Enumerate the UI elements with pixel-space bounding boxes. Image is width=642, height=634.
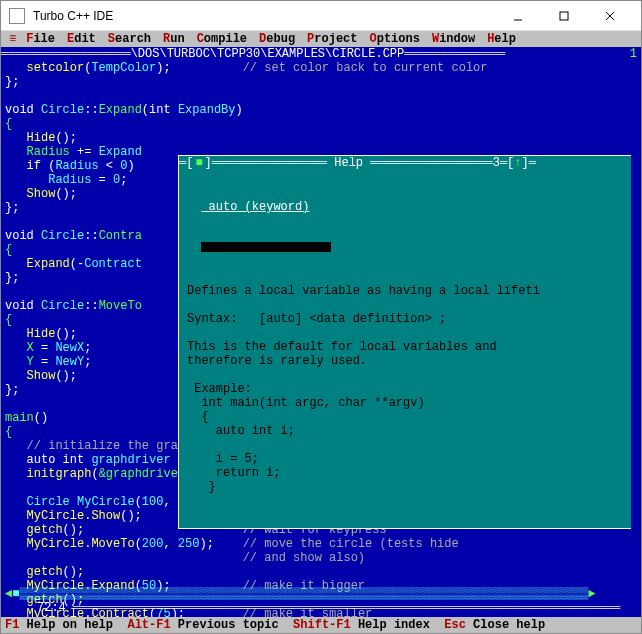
help-line — [187, 326, 629, 340]
help-line: therefore is rarely used. — [187, 354, 629, 368]
menu-item-file[interactable]: File — [26, 32, 55, 46]
code-line[interactable]: getch(); — [5, 565, 637, 579]
help-line — [187, 438, 629, 452]
help-window-number: 3 — [493, 156, 500, 170]
code-line[interactable]: Hide(); — [5, 131, 637, 145]
help-line: Syntax: [auto] <data definition> ; — [187, 312, 629, 326]
help-title: Help — [334, 156, 363, 170]
window-title: Turbo C++ IDE — [33, 9, 495, 23]
scroll-up-icon[interactable] — [631, 61, 640, 75]
code-line[interactable]: }; — [5, 75, 637, 89]
menu-item-run[interactable]: Run — [163, 32, 185, 46]
file-path-label: \DOS\TURBOC\TCPP30\EXAMPLES\CIRCLE.CPP — [131, 47, 405, 61]
help-window[interactable]: ═[■]════════════════ Help ══════════════… — [178, 155, 638, 529]
status-label: Help on help — [19, 618, 127, 632]
help-close-icon[interactable]: ■ — [195, 156, 202, 170]
titlebar-buttons — [495, 1, 633, 31]
help-line: return i; — [187, 466, 629, 480]
status-label: Previous topic — [171, 618, 293, 632]
code-line[interactable]: setcolor(TempColor); // set color back t… — [5, 61, 637, 75]
cursor-position-row: 72:4 ═══════════════════════════════════… — [1, 601, 641, 615]
titlebar[interactable]: Turbo C++ IDE — [1, 1, 641, 31]
code-line[interactable]: // and show also) — [5, 551, 637, 565]
help-line: int main(int argc, char **argv) — [187, 396, 629, 410]
app-window: Turbo C++ IDE ≡ FileEditSearchRunCompile… — [0, 0, 642, 634]
help-line: auto int i; — [187, 424, 629, 438]
menu-item-compile[interactable]: Compile — [197, 32, 247, 46]
help-titlebar[interactable]: ═[■]════════════════ Help ══════════════… — [179, 156, 637, 170]
menu-bar[interactable]: ≡ FileEditSearchRunCompileDebugProjectOp… — [1, 31, 641, 47]
help-line: This is the default for local variables … — [187, 340, 629, 354]
menu-item-options[interactable]: Options — [370, 32, 420, 46]
cursor-position: 72:4 — [37, 601, 66, 615]
help-body[interactable]: auto (keyword) Defines a local variable … — [179, 170, 637, 528]
status-key[interactable]: Shift-F1 — [293, 618, 351, 632]
scroll-right-icon[interactable]: ► — [588, 587, 595, 601]
window-number: 1 — [630, 47, 637, 61]
status-label: Close help — [466, 618, 545, 632]
help-cursor-block — [201, 242, 331, 252]
code-line[interactable]: MyCircle.MoveTo(200, 250); // move the c… — [5, 537, 637, 551]
help-line — [187, 298, 629, 312]
maximize-icon — [559, 11, 569, 21]
code-line[interactable]: { — [5, 117, 637, 131]
scroll-left-icon[interactable]: ◄ — [5, 587, 12, 601]
svg-rect-1 — [560, 12, 568, 20]
system-menu-icon[interactable] — [9, 8, 25, 24]
editor-frame: ══════════════════ \DOS\TURBOC\TCPP30\EX… — [1, 47, 641, 617]
status-label: Help index — [351, 618, 445, 632]
menu-item-debug[interactable]: Debug — [259, 32, 295, 46]
menu-item-search[interactable]: Search — [108, 32, 151, 46]
editor-frame-top: ══════════════════ \DOS\TURBOC\TCPP30\EX… — [1, 47, 641, 61]
minimize-icon — [513, 11, 523, 21]
menu-item-help[interactable]: Help — [487, 32, 516, 46]
status-key[interactable]: Esc — [444, 618, 466, 632]
code-line[interactable] — [5, 89, 637, 103]
help-line: Example: — [187, 382, 629, 396]
close-icon — [605, 11, 615, 21]
help-line: } — [187, 480, 629, 494]
help-up-arrow-icon[interactable]: ↑ — [514, 156, 521, 170]
close-button[interactable] — [587, 1, 633, 31]
vertical-scrollbar[interactable] — [631, 61, 640, 601]
status-key[interactable]: Alt-F1 — [127, 618, 170, 632]
code-line[interactable]: void Circle::Expand(int ExpandBy) — [5, 103, 637, 117]
minimize-button[interactable] — [495, 1, 541, 31]
menu-item-edit[interactable]: Edit — [67, 32, 96, 46]
maximize-button[interactable] — [541, 1, 587, 31]
menu-item-project[interactable]: Project — [307, 32, 357, 46]
help-line: Defines a local variable as having a loc… — [187, 284, 629, 298]
help-line — [187, 368, 629, 382]
help-heading: auto (keyword) — [201, 200, 309, 214]
status-key[interactable]: F1 — [5, 618, 19, 632]
status-bar[interactable]: F1 Help on help Alt-F1 Previous topic Sh… — [1, 617, 641, 633]
menu-item-window[interactable]: Window — [432, 32, 475, 46]
system-menu-glyph[interactable]: ≡ — [9, 32, 16, 46]
help-line: { — [187, 410, 629, 424]
horizontal-scrollbar[interactable]: ■▒▒▒▒▒▒▒▒▒▒▒▒▒▒▒▒▒▒▒▒▒▒▒▒▒▒▒▒▒▒▒▒▒▒▒▒▒▒▒… — [12, 587, 588, 601]
help-line: i = 5; — [187, 452, 629, 466]
editor-frame-bottom: ◄ ■▒▒▒▒▒▒▒▒▒▒▒▒▒▒▒▒▒▒▒▒▒▒▒▒▒▒▒▒▒▒▒▒▒▒▒▒▒… — [1, 587, 641, 601]
